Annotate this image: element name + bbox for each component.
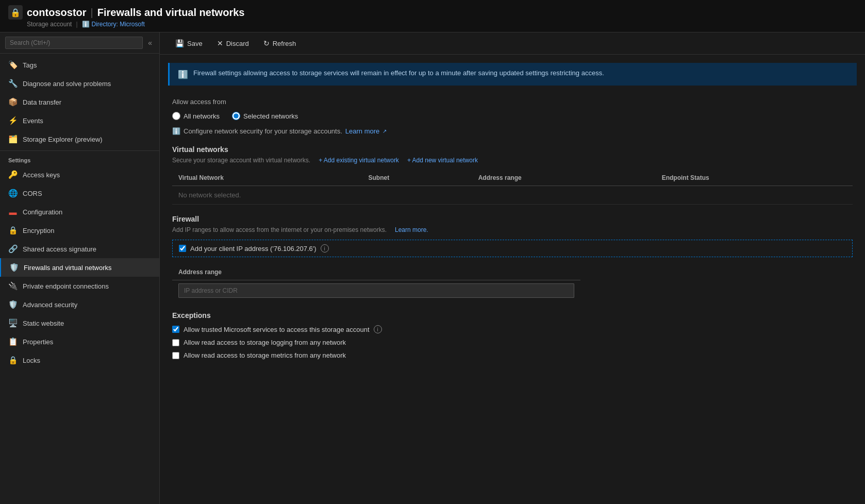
- exception-read-metrics-label: Allow read access to storage metrics fro…: [184, 351, 346, 359]
- firewall-subtext: Add IP ranges to allow access from the i…: [172, 226, 853, 233]
- virtual-networks-subtext: Secure your storage account with virtual…: [172, 157, 853, 164]
- addr-range-col: Address range: [172, 264, 580, 280]
- exception-read-logging-checkbox[interactable]: [172, 339, 179, 346]
- header: 🔒 contosostor | Firewalls and virtual ne…: [0, 0, 865, 32]
- ip-address-input[interactable]: [178, 283, 574, 298]
- main-layout: « 🏷️ Tags 🔧 Diagnose and solve problems …: [0, 32, 865, 504]
- content-area: 💾 Save ✕ Discard ↻ Refresh ℹ️ Firewall s…: [160, 32, 865, 504]
- sidebar-item-configuration[interactable]: ▬ Configuration: [0, 203, 159, 221]
- save-icon: 💾: [175, 39, 184, 47]
- exception-read-logging-label: Allow read access to storage logging fro…: [184, 339, 346, 346]
- add-client-ip-row[interactable]: Add your client IP address ('76.106.207.…: [172, 240, 853, 257]
- sidebar-item-storage-explorer[interactable]: 🗂️ Storage Explorer (preview): [0, 130, 159, 148]
- sidebar-item-data-transfer[interactable]: 📦 Data transfer: [0, 93, 159, 111]
- trusted-ms-info-icon[interactable]: i: [374, 325, 382, 333]
- content-body: Allow access from All networks Selected …: [160, 90, 865, 504]
- discard-button[interactable]: ✕ Discard: [210, 37, 256, 50]
- sidebar-item-encryption[interactable]: 🔒 Encryption: [0, 221, 159, 240]
- private-endpoint-icon: 🔌: [8, 281, 18, 291]
- collapse-button[interactable]: «: [146, 38, 154, 48]
- sidebar-item-label: Access keys: [23, 171, 60, 179]
- add-client-ip-checkbox[interactable]: [179, 245, 186, 252]
- refresh-icon: ↻: [263, 39, 270, 47]
- sidebar-item-label: Events: [23, 117, 43, 125]
- sidebar-item-label: Storage Explorer (preview): [23, 136, 103, 143]
- col-subnet: Subnet: [362, 170, 472, 186]
- exception-trusted-ms-checkbox[interactable]: [172, 326, 179, 333]
- settings-section-label: Settings: [0, 150, 159, 165]
- data-transfer-icon: 📦: [8, 97, 18, 107]
- virtual-networks-table: Virtual Network Subnet Address range End…: [172, 170, 853, 205]
- sidebar-item-advanced-security[interactable]: 🛡️ Advanced security: [0, 295, 159, 314]
- vnet-subtext-text: Secure your storage account with virtual…: [172, 157, 310, 164]
- firewall-heading: Firewall: [172, 215, 853, 223]
- discard-icon: ✕: [217, 39, 223, 47]
- exception-read-metrics: Allow read access to storage metrics fro…: [172, 349, 853, 362]
- learn-more-link-configure[interactable]: Learn more: [345, 127, 379, 135]
- search-input[interactable]: [5, 37, 143, 49]
- add-existing-vnet-link[interactable]: + Add existing virtual network: [319, 157, 399, 164]
- sidebar-item-label: Encryption: [23, 227, 54, 234]
- access-keys-icon: 🔑: [8, 170, 18, 179]
- sidebar-item-static-website[interactable]: 🖥️ Static website: [0, 314, 159, 332]
- sidebar-item-private-endpoint[interactable]: 🔌 Private endpoint connections: [0, 277, 159, 295]
- exception-trusted-ms: Allow trusted Microsoft services to acce…: [172, 323, 853, 336]
- info-icon: ℹ️: [82, 21, 90, 28]
- toolbar: 💾 Save ✕ Discard ↻ Refresh: [160, 32, 865, 55]
- radio-all-networks-input[interactable]: [172, 112, 180, 120]
- banner-info-icon: ℹ️: [178, 70, 188, 79]
- subtitle-type: Storage account: [27, 21, 72, 28]
- save-button[interactable]: 💾 Save: [168, 37, 210, 50]
- client-ip-info-icon[interactable]: i: [321, 244, 329, 253]
- allow-access-label: Allow access from: [172, 98, 853, 106]
- sidebar-item-label: Locks: [23, 357, 40, 364]
- page-title: Firewalls and virtual networks: [97, 7, 245, 19]
- exceptions-heading: Exceptions: [172, 311, 853, 320]
- vnet-table-body: No network selected.: [172, 186, 853, 205]
- refresh-button[interactable]: ↻ Refresh: [256, 37, 304, 50]
- col-address-range: Address range: [472, 170, 656, 186]
- radio-group: All networks Selected networks: [172, 112, 853, 120]
- col-endpoint-status: Endpoint Status: [656, 170, 853, 186]
- sidebar-item-locks[interactable]: 🔒 Locks: [0, 351, 159, 369]
- storage-explorer-icon: 🗂️: [8, 135, 18, 144]
- storage-icon: 🔒: [8, 5, 23, 20]
- info-banner: ℹ️ Firewall settings allowing access to …: [168, 63, 857, 86]
- account-name: contosostor: [27, 7, 87, 19]
- subtitle-directory: ℹ️ Directory: Microsoft: [82, 21, 145, 28]
- addr-input-row: [172, 280, 580, 301]
- sidebar-search-row: «: [0, 32, 159, 54]
- firewall-section: Firewall Add IP ranges to allow access f…: [172, 215, 853, 301]
- add-new-vnet-link[interactable]: + Add new virtual network: [407, 157, 478, 164]
- radio-all-networks-label: All networks: [184, 112, 220, 120]
- table-row: No network selected.: [172, 186, 853, 205]
- save-label: Save: [187, 40, 203, 47]
- sidebar-item-tags[interactable]: 🏷️ Tags: [0, 56, 159, 74]
- sidebar-item-properties[interactable]: 📋 Properties: [0, 332, 159, 351]
- header-subtitle: Storage account | ℹ️ Directory: Microsof…: [27, 21, 857, 28]
- sidebar-item-firewalls[interactable]: 🛡️ Firewalls and virtual networks: [0, 258, 159, 277]
- virtual-networks-heading: Virtual networks: [172, 145, 853, 154]
- sidebar-item-events[interactable]: ⚡ Events: [0, 111, 159, 130]
- subtitle-sep: |: [76, 21, 77, 28]
- sidebar-item-access-keys[interactable]: 🔑 Access keys: [0, 165, 159, 184]
- advanced-security-icon: 🛡️: [8, 300, 18, 309]
- sidebar-item-cors[interactable]: 🌐 CORS: [0, 184, 159, 203]
- external-link-icon: ↗: [382, 128, 387, 134]
- sidebar-item-diagnose[interactable]: 🔧 Diagnose and solve problems: [0, 74, 159, 93]
- sidebar-item-shared-access[interactable]: 🔗 Shared access signature: [0, 240, 159, 258]
- addr-table-body: [172, 280, 580, 301]
- radio-all-networks[interactable]: All networks: [172, 112, 220, 120]
- sidebar-item-label: Configuration: [23, 208, 62, 216]
- configure-info-icon: ℹ️: [172, 127, 180, 135]
- radio-selected-networks[interactable]: Selected networks: [232, 112, 298, 120]
- firewall-learn-more-link[interactable]: Learn more.: [395, 226, 428, 233]
- diagnose-icon: 🔧: [8, 79, 18, 88]
- configuration-icon: ▬: [8, 207, 18, 216]
- refresh-label: Refresh: [273, 40, 296, 47]
- discard-label: Discard: [226, 40, 249, 47]
- radio-selected-networks-input[interactable]: [232, 112, 240, 120]
- events-icon: ⚡: [8, 116, 18, 125]
- exception-read-metrics-checkbox[interactable]: [172, 352, 179, 359]
- sidebar-item-label: Tags: [23, 61, 37, 69]
